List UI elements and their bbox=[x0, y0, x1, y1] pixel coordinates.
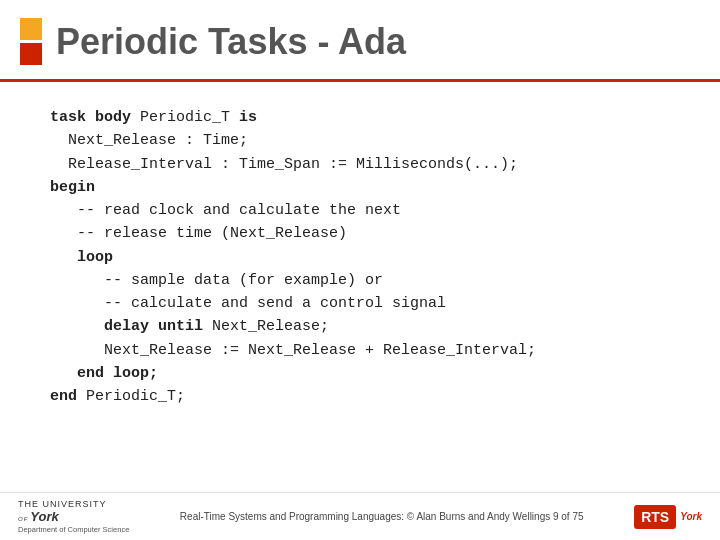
university-the: THE UNIVERSITY bbox=[18, 499, 107, 509]
red-square bbox=[20, 43, 42, 65]
slide-content: task body Periodic_T is Next_Release : T… bbox=[0, 82, 720, 418]
code-block: task body Periodic_T is Next_Release : T… bbox=[50, 106, 680, 408]
university-logo: THE UNIVERSITY of York Department of Com… bbox=[18, 499, 129, 534]
department-text: Department of Computer Science bbox=[18, 525, 129, 534]
slide-footer: THE UNIVERSITY of York Department of Com… bbox=[0, 492, 720, 540]
slide-title: Periodic Tasks - Ada bbox=[56, 21, 406, 63]
rts-logo: RTS bbox=[634, 505, 676, 529]
rts-logo-container: RTS York bbox=[634, 505, 702, 529]
orange-square bbox=[20, 18, 42, 40]
rts-york-text: York bbox=[680, 511, 702, 522]
rts-text: RTS bbox=[641, 509, 669, 525]
footer-caption: Real-Time Systems and Programming Langua… bbox=[129, 511, 634, 522]
university-of: of bbox=[18, 513, 28, 523]
header-squares bbox=[20, 18, 42, 65]
slide-header: Periodic Tasks - Ada bbox=[0, 0, 720, 82]
university-york: York bbox=[30, 509, 58, 524]
